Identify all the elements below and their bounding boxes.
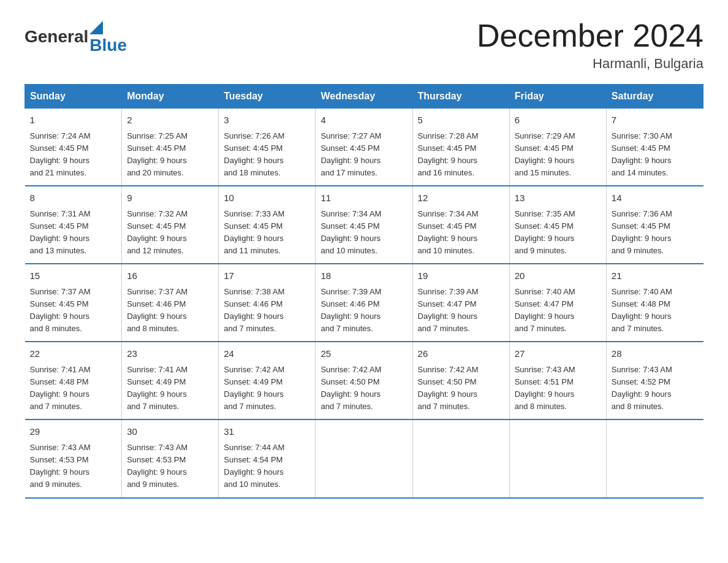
logo-blue-text: Blue	[89, 36, 127, 55]
day-info: Sunrise: 7:43 AMSunset: 4:53 PMDaylight:…	[127, 442, 213, 491]
day-number: 4	[320, 113, 407, 128]
calendar-cell: 8Sunrise: 7:31 AMSunset: 4:45 PMDaylight…	[25, 186, 122, 264]
calendar-table: SundayMondayTuesdayWednesdayThursdayFrid…	[25, 84, 703, 498]
header-thursday: Thursday	[412, 85, 509, 109]
calendar-cell: 23Sunrise: 7:41 AMSunset: 4:49 PMDayligh…	[122, 342, 219, 419]
day-number: 17	[224, 269, 310, 283]
calendar-week-row: 15Sunrise: 7:37 AMSunset: 4:45 PMDayligh…	[25, 264, 703, 342]
day-info: Sunrise: 7:42 AMSunset: 4:50 PMDaylight:…	[320, 364, 407, 413]
calendar-cell: 28Sunrise: 7:43 AMSunset: 4:52 PMDayligh…	[606, 342, 703, 419]
calendar-cell: 1Sunrise: 7:24 AMSunset: 4:45 PMDaylight…	[25, 109, 122, 186]
day-info: Sunrise: 7:24 AMSunset: 4:45 PMDaylight:…	[30, 130, 117, 180]
day-info: Sunrise: 7:31 AMSunset: 4:45 PMDaylight:…	[30, 208, 117, 258]
day-info: Sunrise: 7:43 AMSunset: 4:53 PMDaylight:…	[30, 442, 117, 491]
day-number: 12	[418, 191, 504, 205]
day-number: 14	[612, 191, 699, 205]
header-friday: Friday	[509, 85, 606, 109]
day-number: 1	[30, 113, 117, 128]
day-number: 18	[320, 269, 407, 283]
logo-blue-part: ​ Blue	[89, 18, 127, 55]
svg-marker-0	[89, 21, 103, 34]
calendar-cell: 6Sunrise: 7:29 AMSunset: 4:45 PMDaylight…	[509, 109, 606, 186]
calendar-cell: 30Sunrise: 7:43 AMSunset: 4:53 PMDayligh…	[122, 419, 219, 497]
day-number: 15	[30, 269, 117, 283]
calendar-cell: 29Sunrise: 7:43 AMSunset: 4:53 PMDayligh…	[25, 419, 122, 497]
calendar-cell: 21Sunrise: 7:40 AMSunset: 4:48 PMDayligh…	[606, 264, 703, 342]
day-info: Sunrise: 7:34 AMSunset: 4:45 PMDaylight:…	[320, 208, 407, 258]
day-info: Sunrise: 7:44 AMSunset: 4:54 PMDaylight:…	[224, 442, 310, 491]
day-number: 8	[30, 191, 117, 205]
day-number: 19	[418, 269, 504, 283]
header-monday: Monday	[122, 85, 219, 109]
calendar-cell: 10Sunrise: 7:33 AMSunset: 4:45 PMDayligh…	[219, 186, 316, 264]
calendar-week-row: 1Sunrise: 7:24 AMSunset: 4:45 PMDaylight…	[25, 109, 703, 186]
day-number: 2	[127, 113, 213, 128]
calendar-cell: 5Sunrise: 7:28 AMSunset: 4:45 PMDaylight…	[412, 109, 509, 186]
calendar-cell: 19Sunrise: 7:39 AMSunset: 4:47 PMDayligh…	[412, 264, 509, 342]
day-number: 10	[224, 191, 310, 205]
day-info: Sunrise: 7:40 AMSunset: 4:48 PMDaylight:…	[612, 286, 699, 335]
calendar-cell: 16Sunrise: 7:37 AMSunset: 4:46 PMDayligh…	[122, 264, 219, 342]
calendar-cell: 18Sunrise: 7:39 AMSunset: 4:46 PMDayligh…	[316, 264, 412, 342]
day-number: 27	[515, 347, 601, 361]
logo-general-text: General	[25, 27, 88, 47]
logo-triangle-icon	[89, 21, 103, 34]
calendar-cell: 13Sunrise: 7:35 AMSunset: 4:45 PMDayligh…	[509, 186, 606, 264]
day-number: 31	[224, 425, 310, 439]
calendar-cell: 11Sunrise: 7:34 AMSunset: 4:45 PMDayligh…	[316, 186, 412, 264]
day-number: 5	[418, 113, 504, 128]
month-title: December 2024	[477, 18, 703, 53]
day-info: Sunrise: 7:39 AMSunset: 4:46 PMDaylight:…	[320, 286, 407, 335]
location-subtitle: Harmanli, Bulgaria	[477, 56, 703, 72]
calendar-cell: 9Sunrise: 7:32 AMSunset: 4:45 PMDaylight…	[122, 186, 219, 264]
calendar-cell	[509, 419, 606, 497]
day-info: Sunrise: 7:38 AMSunset: 4:46 PMDaylight:…	[224, 286, 310, 335]
calendar-cell: 2Sunrise: 7:25 AMSunset: 4:45 PMDaylight…	[122, 109, 219, 186]
day-number: 28	[612, 347, 699, 361]
page-header: General ​ Blue December 2024 Harmanli, B…	[25, 18, 703, 72]
day-info: Sunrise: 7:27 AMSunset: 4:45 PMDaylight:…	[320, 130, 407, 180]
day-number: 21	[612, 269, 699, 283]
day-number: 23	[127, 347, 213, 361]
header-sunday: Sunday	[25, 85, 122, 109]
calendar-cell: 20Sunrise: 7:40 AMSunset: 4:47 PMDayligh…	[509, 264, 606, 342]
header-tuesday: Tuesday	[219, 85, 316, 109]
day-number: 16	[127, 269, 213, 283]
calendar-cell: 27Sunrise: 7:43 AMSunset: 4:51 PMDayligh…	[509, 342, 606, 419]
calendar-cell	[316, 419, 412, 497]
day-number: 25	[320, 347, 407, 361]
day-info: Sunrise: 7:28 AMSunset: 4:45 PMDaylight:…	[418, 130, 504, 180]
title-section: December 2024 Harmanli, Bulgaria	[477, 18, 703, 72]
day-number: 26	[418, 347, 504, 361]
calendar-cell: 31Sunrise: 7:44 AMSunset: 4:54 PMDayligh…	[219, 419, 316, 497]
day-info: Sunrise: 7:34 AMSunset: 4:45 PMDaylight:…	[418, 208, 504, 258]
day-number: 6	[515, 113, 601, 128]
day-number: 11	[320, 191, 407, 205]
day-info: Sunrise: 7:42 AMSunset: 4:50 PMDaylight:…	[418, 364, 504, 413]
day-number: 3	[224, 113, 310, 128]
calendar-cell: 17Sunrise: 7:38 AMSunset: 4:46 PMDayligh…	[219, 264, 316, 342]
day-info: Sunrise: 7:36 AMSunset: 4:45 PMDaylight:…	[612, 208, 699, 258]
day-info: Sunrise: 7:43 AMSunset: 4:51 PMDaylight:…	[515, 364, 601, 413]
day-number: 20	[515, 269, 601, 283]
calendar-cell: 26Sunrise: 7:42 AMSunset: 4:50 PMDayligh…	[412, 342, 509, 419]
calendar-week-row: 29Sunrise: 7:43 AMSunset: 4:53 PMDayligh…	[25, 419, 703, 497]
calendar-cell: 12Sunrise: 7:34 AMSunset: 4:45 PMDayligh…	[412, 186, 509, 264]
calendar-week-row: 22Sunrise: 7:41 AMSunset: 4:48 PMDayligh…	[25, 342, 703, 419]
day-number: 9	[127, 191, 213, 205]
day-info: Sunrise: 7:39 AMSunset: 4:47 PMDaylight:…	[418, 286, 504, 335]
day-info: Sunrise: 7:26 AMSunset: 4:45 PMDaylight:…	[224, 130, 310, 180]
day-info: Sunrise: 7:41 AMSunset: 4:48 PMDaylight:…	[30, 364, 117, 413]
calendar-header-row: SundayMondayTuesdayWednesdayThursdayFrid…	[25, 85, 703, 109]
header-saturday: Saturday	[606, 85, 703, 109]
calendar-cell	[606, 419, 703, 497]
logo: General ​ Blue	[25, 18, 127, 55]
calendar-cell: 7Sunrise: 7:30 AMSunset: 4:45 PMDaylight…	[606, 109, 703, 186]
calendar-cell: 15Sunrise: 7:37 AMSunset: 4:45 PMDayligh…	[25, 264, 122, 342]
day-info: Sunrise: 7:25 AMSunset: 4:45 PMDaylight:…	[127, 130, 213, 180]
day-info: Sunrise: 7:30 AMSunset: 4:45 PMDaylight:…	[612, 130, 699, 180]
day-info: Sunrise: 7:41 AMSunset: 4:49 PMDaylight:…	[127, 364, 213, 413]
day-number: 30	[127, 425, 213, 439]
calendar-cell: 22Sunrise: 7:41 AMSunset: 4:48 PMDayligh…	[25, 342, 122, 419]
calendar-cell: 14Sunrise: 7:36 AMSunset: 4:45 PMDayligh…	[606, 186, 703, 264]
